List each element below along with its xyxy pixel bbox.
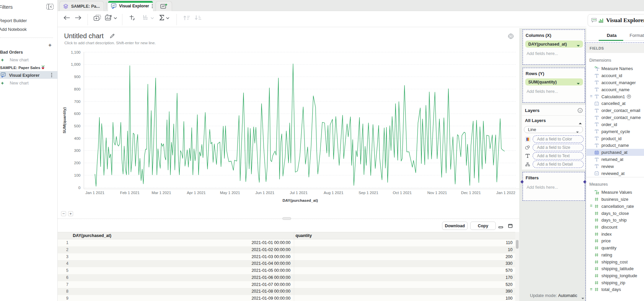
svg-text:DAY(purchased_at): DAY(purchased_at)	[282, 198, 318, 202]
svg-text:0: 0	[78, 186, 80, 190]
svg-text:700: 700	[74, 100, 80, 104]
svg-text:300: 300	[74, 148, 80, 153]
svg-text:Oct 1 2021: Oct 1 2021	[393, 191, 412, 195]
svg-text:Aug 1 2021: Aug 1 2021	[324, 191, 343, 195]
svg-text:900: 900	[74, 75, 80, 79]
svg-text:1,000: 1,000	[71, 62, 80, 66]
svg-text:800: 800	[74, 87, 80, 91]
svg-text:1,100: 1,100	[71, 50, 80, 54]
svg-text:400: 400	[74, 136, 80, 140]
svg-text:500: 500	[74, 124, 80, 128]
svg-text:100: 100	[74, 173, 80, 177]
svg-text:Jan 1 2022: Jan 1 2022	[496, 191, 516, 195]
svg-text:Feb 1 2021: Feb 1 2021	[120, 191, 140, 195]
svg-text:Mar 1 2021: Mar 1 2021	[152, 191, 171, 195]
svg-text:May 1 2021: May 1 2021	[220, 191, 240, 195]
svg-text:Dec 1 2021: Dec 1 2021	[461, 191, 481, 195]
svg-text:Jun 1 2021: Jun 1 2021	[255, 191, 274, 195]
svg-text:Jul 1 2021: Jul 1 2021	[290, 191, 308, 195]
svg-text:Jan 1 2021: Jan 1 2021	[86, 191, 105, 195]
svg-text:600: 600	[74, 112, 80, 116]
svg-text:Apr 1 2021: Apr 1 2021	[187, 191, 206, 195]
svg-text:Sep 1 2021: Sep 1 2021	[359, 191, 378, 195]
svg-text:200: 200	[74, 161, 80, 165]
svg-text:SUM(quantity): SUM(quantity)	[62, 107, 66, 133]
svg-text:Nov 1 2021: Nov 1 2021	[427, 191, 447, 195]
